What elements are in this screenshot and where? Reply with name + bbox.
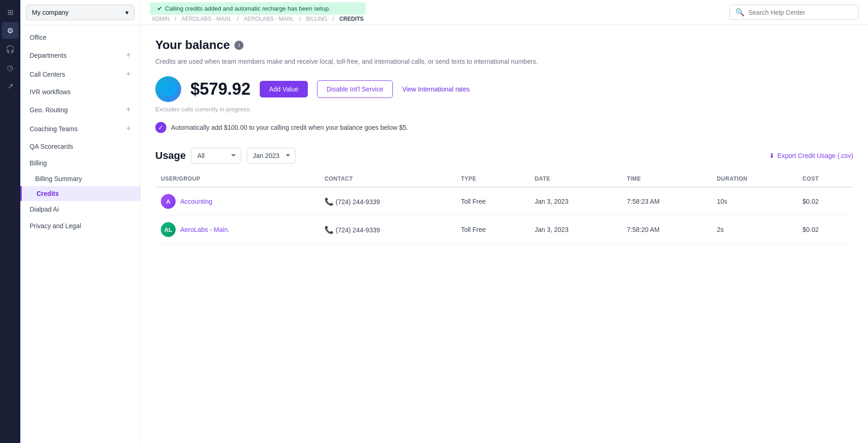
user-link-1[interactable]: AeroLabs - Main. xyxy=(180,226,230,233)
sub-nav-label-credits: Credits xyxy=(37,190,59,197)
col-duration: DURATION xyxy=(711,171,797,187)
plus-icon-call-centers: + xyxy=(126,69,131,79)
balance-amount: $579.92 xyxy=(190,79,251,99)
nav-label-qa-scorecards: QA Scorecards xyxy=(30,143,73,150)
col-time: TIME xyxy=(621,171,711,187)
breadcrumb-sep-3: / xyxy=(299,16,302,22)
view-rates-link[interactable]: View International rates xyxy=(402,85,470,93)
home-icon[interactable]: ⊞ xyxy=(2,4,18,20)
call-icon-1: 📞 xyxy=(324,226,334,234)
export-link[interactable]: ⬇ Export Credit Usage (.csv) xyxy=(769,152,853,159)
sub-nav-label-billing-summary: Billing Summary xyxy=(35,175,82,182)
headset-icon[interactable]: 🎧 xyxy=(2,41,18,57)
breadcrumb-aerolabs1: AEROLABS - MAIN. xyxy=(182,16,232,22)
breadcrumb-billing: BILLING xyxy=(306,16,327,22)
nav-item-billing[interactable]: Billing xyxy=(20,155,140,171)
globe-icon: 🌐 xyxy=(155,76,181,102)
nav-item-geo-routing[interactable]: Geo. Routing + xyxy=(20,100,140,119)
cell-date-0: Jan 3, 2023 xyxy=(529,187,622,216)
sidebar-header: My company ▾ xyxy=(20,0,140,25)
clock-icon[interactable]: ◷ xyxy=(2,59,18,76)
table-row: A Accounting 📞 (724) 244-9339 Toll Free … xyxy=(155,187,853,216)
breadcrumb-sep-1: / xyxy=(175,16,178,22)
table-body: A Accounting 📞 (724) 244-9339 Toll Free … xyxy=(155,187,853,244)
nav-label-billing: Billing xyxy=(30,159,47,167)
sub-nav-credits[interactable]: Credits xyxy=(20,186,140,201)
user-link-0[interactable]: Accounting xyxy=(180,198,212,205)
auto-recharge-text: Automatically add $100.00 to your callin… xyxy=(171,124,408,131)
auto-recharge-row: ✓ Automatically add $100.00 to your call… xyxy=(155,122,853,133)
plus-icon-coaching-teams: + xyxy=(126,124,131,134)
col-user-group: USER/GROUP xyxy=(155,171,319,187)
info-icon[interactable]: i xyxy=(234,41,244,50)
table-row: AL AeroLabs - Main. 📞 (724) 244-9339 Tol… xyxy=(155,216,853,244)
breadcrumb-admin: ADMIN xyxy=(152,16,170,22)
usage-table: USER/GROUP CONTACT TYPE DATE TIME DURATI… xyxy=(155,171,853,244)
chevron-down-icon: ▾ xyxy=(125,9,128,16)
nav-item-qa-scorecards[interactable]: QA Scorecards xyxy=(20,138,140,155)
page-title-row: Your balance i xyxy=(155,38,853,52)
usage-filter-dropdown[interactable]: All Inbound Outbound xyxy=(191,148,241,164)
nav-item-call-centers[interactable]: Call Centers + xyxy=(20,65,140,84)
col-contact: CONTACT xyxy=(319,171,455,187)
col-cost: COST xyxy=(797,171,853,187)
breadcrumb: ADMIN / AEROLABS - MAIN. / AEROLABS - MA… xyxy=(150,16,366,22)
nav-label-dialpad-ai: Dialpad Ai xyxy=(30,206,59,213)
cell-type-1: Toll Free xyxy=(455,216,529,244)
description: Credits are used when team members make … xyxy=(155,58,853,65)
cell-user-1: AL AeroLabs - Main. xyxy=(155,216,319,244)
usage-header: Usage All Inbound Outbound Jan 2023 Dec … xyxy=(155,148,853,164)
cell-contact-0: 📞 (724) 244-9339 xyxy=(319,187,455,216)
main-area: ✔ Calling credits added and automatic re… xyxy=(141,0,868,443)
avatar-0: A xyxy=(161,194,176,209)
topbar: ✔ Calling credits added and automatic re… xyxy=(141,0,868,25)
nav-label-call-centers: Call Centers xyxy=(30,71,65,78)
page-title: Your balance xyxy=(155,38,230,52)
col-type: TYPE xyxy=(455,171,529,187)
notification-banner: ✔ Calling credits added and automatic re… xyxy=(150,2,366,15)
cell-cost-0: $0.02 xyxy=(797,187,853,216)
usage-title-row: Usage All Inbound Outbound Jan 2023 Dec … xyxy=(155,148,296,164)
col-date: DATE xyxy=(529,171,622,187)
analytics-icon[interactable]: ↗ xyxy=(2,78,18,94)
nav-item-coaching-teams[interactable]: Coaching Teams + xyxy=(20,119,140,138)
search-icon: 🔍 xyxy=(735,8,745,17)
cell-time-1: 7:58:20 AM xyxy=(621,216,711,244)
icon-rail: ⊞ ⚙ 🎧 ◷ ↗ xyxy=(0,0,20,443)
nav-item-office[interactable]: Office xyxy=(20,29,140,46)
breadcrumb-current: CREDITS xyxy=(339,16,364,22)
auto-recharge-check-icon: ✓ xyxy=(155,122,166,133)
search-input[interactable] xyxy=(748,9,853,16)
topbar-left: ✔ Calling credits added and automatic re… xyxy=(150,2,366,22)
cell-contact-1: 📞 (724) 244-9339 xyxy=(319,216,455,244)
content: Your balance i Credits are used when tea… xyxy=(141,25,868,443)
breadcrumb-sep-4: / xyxy=(333,16,336,22)
nav-item-dialpad-ai[interactable]: Dialpad Ai xyxy=(20,201,140,218)
disable-intl-button[interactable]: Disable Int'l Service xyxy=(317,80,393,98)
excludes-text: Excludes calls currently in progress. xyxy=(155,106,853,113)
cell-user-0: A Accounting xyxy=(155,187,319,216)
nav-label-privacy-legal: Privacy and Legal xyxy=(30,222,81,230)
check-icon: ✔ xyxy=(157,5,162,12)
add-value-button[interactable]: Add Value xyxy=(260,81,308,97)
usage-date-dropdown[interactable]: Jan 2023 Dec 2022 Nov 2022 xyxy=(247,148,296,164)
balance-row: 🌐 $579.92 Add Value Disable Int'l Servic… xyxy=(155,76,853,102)
plus-icon-departments: + xyxy=(126,50,131,60)
cell-type-0: Toll Free xyxy=(455,187,529,216)
avatar-1: AL xyxy=(161,222,176,237)
nav-label-coaching-teams: Coaching Teams xyxy=(30,125,78,133)
cell-duration-0: 10s xyxy=(711,187,797,216)
search-box[interactable]: 🔍 xyxy=(729,5,859,20)
call-icon-0: 📞 xyxy=(324,198,334,206)
nav-item-ivr[interactable]: IVR workflows xyxy=(20,84,140,100)
cell-cost-1: $0.02 xyxy=(797,216,853,244)
settings-icon[interactable]: ⚙ xyxy=(2,22,18,39)
company-name: My company xyxy=(32,9,68,16)
nav-item-departments[interactable]: Departments + xyxy=(20,46,140,65)
nav-item-privacy-legal[interactable]: Privacy and Legal xyxy=(20,218,140,234)
sub-nav-billing-summary[interactable]: Billing Summary xyxy=(20,171,140,186)
company-selector[interactable]: My company ▾ xyxy=(26,5,134,20)
download-icon: ⬇ xyxy=(769,152,775,159)
notification-text: Calling credits added and automatic rech… xyxy=(165,5,330,12)
table-header: USER/GROUP CONTACT TYPE DATE TIME DURATI… xyxy=(155,171,853,187)
